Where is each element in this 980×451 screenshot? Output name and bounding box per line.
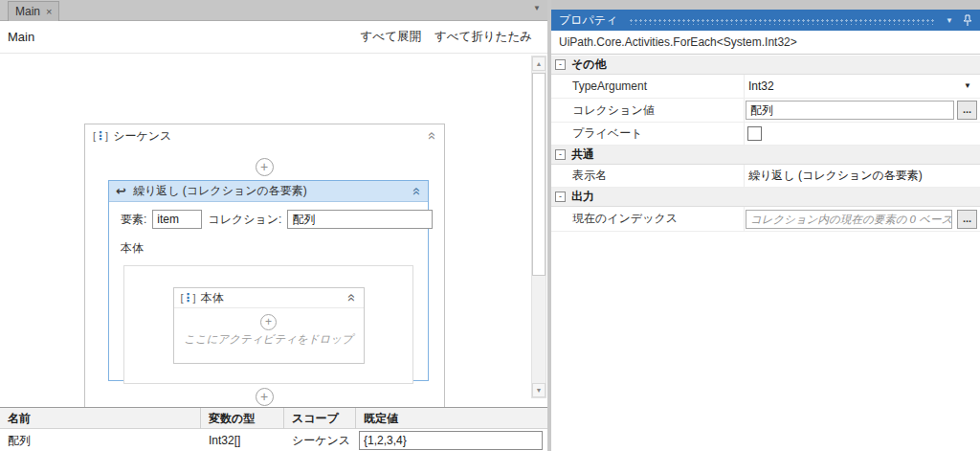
- section-output[interactable]: 出力: [551, 188, 980, 207]
- variables-header-row: 名前 変数の型 スコープ 既定値: [0, 408, 547, 429]
- section-other[interactable]: その他: [551, 56, 980, 75]
- workflow-canvas[interactable]: [⋮] シーケンス 繰り返し (コレクションの各要素) 要素:: [0, 53, 547, 407]
- designer-pane: Main × Main すべて展開 すべて折りたたみ [⋮] シーケンス: [0, 0, 547, 451]
- variable-type[interactable]: Int32[]: [201, 429, 284, 451]
- foreach-collapse-icon[interactable]: [412, 187, 422, 194]
- tab-list-dropdown-icon[interactable]: [533, 4, 541, 12]
- foreach-header[interactable]: 繰り返し (コレクションの各要素): [109, 181, 428, 202]
- drop-hint: ここにアクティビティをドロップ: [174, 332, 364, 347]
- section-output-label: 出力: [571, 189, 594, 205]
- sequence-icon: [⋮]: [93, 129, 107, 143]
- collection-value-row: コレクション値: [551, 99, 980, 123]
- foreach-body: 要素: コレクション: 本体 [⋮] 本体: [109, 202, 428, 384]
- add-activity-button-top[interactable]: [256, 158, 274, 176]
- body-sequence-header[interactable]: [⋮] 本体: [174, 288, 364, 308]
- pin-icon[interactable]: [963, 14, 972, 27]
- foreach-title: 繰り返し (コレクションの各要素): [133, 183, 407, 199]
- current-index-input[interactable]: コレクション内の現在の要素の 0 ベースの: [746, 210, 952, 229]
- scroll-down-icon[interactable]: [532, 383, 546, 397]
- expand-all-link[interactable]: すべて展開: [361, 29, 421, 45]
- tab-close-icon[interactable]: ×: [46, 6, 52, 17]
- type-argument-value[interactable]: Int32: [748, 75, 774, 98]
- collection-value-label: コレクション値: [572, 99, 655, 122]
- collapse-section-icon[interactable]: [555, 192, 566, 202]
- collection-ellipsis-button[interactable]: [957, 101, 977, 120]
- variables-col-name[interactable]: 名前: [0, 408, 201, 429]
- scrollbar-thumb[interactable]: [532, 73, 546, 276]
- add-activity-button-bottom[interactable]: [256, 388, 274, 406]
- uipath-designer-window: Main × Main すべて展開 すべて折りたたみ [⋮] シーケンス: [0, 0, 980, 451]
- body-sequence-title: 本体: [201, 290, 344, 306]
- display-name-label: 表示名: [572, 165, 607, 187]
- body-sequence-collapse-icon[interactable]: [347, 294, 357, 302]
- variables-col-default[interactable]: 既定値: [356, 408, 547, 429]
- private-checkbox[interactable]: [747, 126, 762, 141]
- scroll-up-icon[interactable]: [532, 56, 546, 71]
- element-label: 要素:: [121, 212, 146, 228]
- properties-title: プロパティ: [559, 12, 617, 29]
- sequence-title: シーケンス: [113, 128, 423, 145]
- section-common[interactable]: 共通: [551, 146, 980, 165]
- variable-scope[interactable]: シーケンス: [284, 429, 356, 451]
- properties-panel: プロパティ UiPath.Core.Activities.ForEach<Sys…: [551, 0, 980, 451]
- element-input[interactable]: [152, 210, 202, 229]
- collection-value-input[interactable]: [746, 101, 954, 120]
- foreach-activity[interactable]: 繰り返し (コレクションの各要素) 要素: コレクション: 本体: [108, 180, 429, 381]
- collapse-section-icon[interactable]: [555, 149, 566, 160]
- collapse-all-link[interactable]: すべて折りたたみ: [434, 29, 532, 45]
- section-other-label: その他: [571, 56, 607, 73]
- breadcrumb-bar: Main すべて展開 すべて折りたたみ: [0, 21, 547, 53]
- variable-name[interactable]: 配列: [0, 429, 201, 451]
- current-index-row: 現在のインデックス コレクション内の現在の要素の 0 ベースの: [551, 207, 980, 232]
- sequence-collapse-icon[interactable]: [428, 132, 437, 140]
- variables-panel: 名前 変数の型 スコープ 既定値 配列 Int32[] シーケンス: [0, 407, 547, 451]
- collapse-section-icon[interactable]: [555, 59, 566, 70]
- private-label: プライベート: [572, 123, 642, 145]
- type-argument-row: TypeArgument Int32: [551, 75, 980, 99]
- breadcrumb[interactable]: Main: [8, 30, 34, 44]
- variable-row[interactable]: 配列 Int32[] シーケンス: [0, 429, 547, 451]
- display-name-row: 表示名 繰り返し (コレクションの各要素): [551, 165, 980, 188]
- tab-main-label: Main: [15, 5, 40, 18]
- body-drop-zone[interactable]: ここにアクティビティをドロップ: [174, 308, 364, 347]
- body-drop-area[interactable]: [⋮] 本体 ここにアクティビティをドロップ: [123, 265, 413, 384]
- current-index-ellipsis-button[interactable]: [957, 210, 977, 229]
- type-argument-dropdown-icon[interactable]: [964, 81, 971, 90]
- add-activity-button-body[interactable]: [260, 314, 277, 330]
- display-name-value[interactable]: 繰り返し (コレクションの各要素): [748, 165, 923, 187]
- window-position-dropdown-icon[interactable]: [946, 16, 953, 25]
- section-common-label: 共通: [571, 147, 594, 163]
- body-label: 本体: [121, 240, 414, 257]
- type-argument-label: TypeArgument: [572, 75, 647, 98]
- document-tabstrip: Main ×: [0, 0, 547, 21]
- foreach-loop-icon: [116, 185, 126, 197]
- properties-titlebar[interactable]: プロパティ: [551, 10, 980, 31]
- sequence-header[interactable]: [⋮] シーケンス: [85, 124, 444, 147]
- collection-input[interactable]: [287, 210, 433, 229]
- private-row: プライベート: [551, 123, 980, 146]
- tab-main[interactable]: Main ×: [8, 1, 59, 21]
- sequence-activity[interactable]: [⋮] シーケンス 繰り返し (コレクションの各要素) 要素:: [84, 124, 445, 407]
- collection-label: コレクション:: [208, 212, 281, 228]
- current-index-label: 現在のインデックス: [572, 207, 678, 231]
- variable-default-input[interactable]: [359, 431, 543, 450]
- activity-type: UiPath.Core.Activities.ForEach<System.In…: [551, 31, 980, 55]
- body-sequence-icon: [⋮]: [181, 291, 195, 304]
- variables-col-scope[interactable]: スコープ: [284, 408, 356, 429]
- properties-top-gap: [551, 0, 980, 10]
- variables-col-type[interactable]: 変数の型: [201, 408, 284, 429]
- vertical-scrollbar[interactable]: [531, 56, 546, 398]
- body-sequence-activity[interactable]: [⋮] 本体 ここにアクティビティをドロップ: [173, 287, 365, 364]
- titlebar-texture: [629, 18, 936, 25]
